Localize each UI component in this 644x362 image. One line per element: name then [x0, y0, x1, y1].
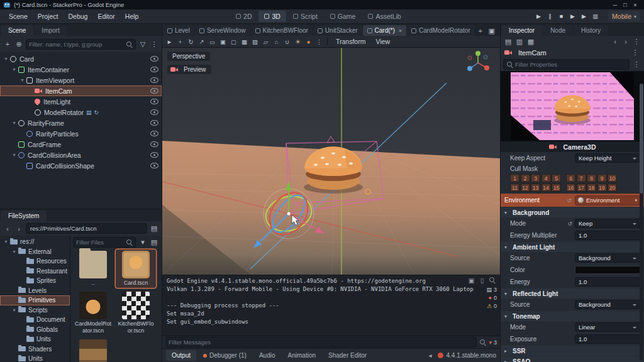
message-filter-input[interactable]	[169, 339, 474, 346]
collapse-icon[interactable]: ▾	[2, 56, 10, 62]
workspace-tab-assetlib[interactable]: AssetLib	[362, 11, 406, 22]
close-tab-icon[interactable]: ×	[399, 28, 402, 34]
add-node-icon[interactable]: +	[3, 39, 13, 49]
revert-icon[interactable]: ↺	[567, 197, 572, 204]
box-select-icon[interactable]: ▭	[208, 37, 217, 47]
cull-layer-17[interactable]: 17	[577, 184, 586, 192]
dropdown-value-source[interactable]: Background	[575, 253, 640, 263]
visibility-eye-icon[interactable]	[150, 88, 158, 94]
play-custom-scene-icon[interactable]: ▶	[579, 12, 589, 21]
visibility-eye-icon[interactable]	[150, 120, 158, 126]
camera-preview-toggle[interactable]: Preview	[167, 65, 211, 74]
cull-layer-2[interactable]: 2	[521, 174, 530, 182]
fs-row-levels[interactable]: Levels	[0, 286, 70, 296]
bottom-tab-output[interactable]: Output	[166, 350, 196, 361]
visibility-eye-icon[interactable]	[150, 77, 158, 83]
movie-maker-icon[interactable]: ▥	[591, 12, 600, 21]
scene-row-cardcollisionarea[interactable]: ▾CardCollisionArea	[0, 150, 162, 160]
tab-node[interactable]: Node	[543, 25, 573, 36]
scene-row-itemcontainer[interactable]: ▾ItemContainer	[0, 64, 162, 75]
scene-row-modelrotator[interactable]: ModelRotator▤↻	[0, 107, 162, 118]
copy-icon[interactable]: ▣	[467, 277, 475, 285]
play-icon[interactable]: ▶	[534, 12, 543, 21]
minimize-icon[interactable]: ─	[610, 1, 620, 9]
workspace-tab-2d[interactable]: 2D	[230, 11, 257, 22]
number-value-energy-multiplier[interactable]: 1.0	[575, 231, 640, 240]
visibility-eye-icon[interactable]	[150, 56, 158, 62]
sort-icon[interactable]: ▾	[138, 237, 148, 247]
file-filter-input[interactable]	[76, 239, 124, 246]
menu-help[interactable]: Help	[120, 11, 144, 22]
menu-scene[interactable]: Scene	[4, 11, 33, 22]
tool-icon[interactable]: ↻	[94, 109, 99, 116]
instance-scene-icon[interactable]: ⊕	[14, 39, 24, 49]
cull-layer-20[interactable]: 20	[608, 184, 617, 192]
workspace-tab-3d[interactable]: 3D	[259, 11, 286, 22]
rotate-icon[interactable]: ↻	[186, 37, 196, 47]
popout-window-icon[interactable]: ▣	[487, 26, 497, 36]
scene-tab-unitstacker[interactable]: UnitStacker	[313, 25, 362, 36]
scene-tab-servewindow[interactable]: ServeWindow	[195, 25, 250, 36]
visibility-eye-icon[interactable]	[150, 152, 158, 158]
collapse-bottom-panel-icon[interactable]: ◂	[426, 351, 435, 359]
pause-icon[interactable]: ∥	[545, 12, 555, 21]
inspector-group-ambient-light[interactable]: ▾Ambient Light	[501, 242, 644, 252]
ungroup-icon[interactable]: ▧	[250, 37, 260, 47]
color-picker-value[interactable]	[575, 266, 640, 274]
file-tile-servewindow-tscn[interactable]: ServeWindow.tscn	[73, 338, 113, 362]
group-icon[interactable]: ▦	[240, 37, 249, 47]
collapse-icon[interactable]: ▾	[2, 239, 10, 244]
tab-filesystem[interactable]: FileSystem	[1, 211, 47, 221]
cull-layer-15[interactable]: 15	[552, 184, 561, 192]
stop-icon[interactable]: ■	[557, 12, 566, 21]
transform-menu[interactable]: Transform	[331, 36, 370, 47]
environment-resource-value[interactable]: Environment▾	[575, 195, 640, 206]
fs-row-resources[interactable]: Resources	[0, 256, 70, 266]
inspector-group-ssao[interactable]: ▸SSAO	[501, 356, 644, 362]
cull-layer-3[interactable]: 3	[531, 174, 540, 182]
collapse-icon[interactable]: ▾	[10, 152, 18, 158]
script-icon[interactable]: ▤	[86, 109, 92, 116]
object-menu-icon[interactable]: ⋮	[630, 48, 640, 58]
sun-icon[interactable]: ☀	[293, 37, 303, 47]
property-options-icon[interactable]: ⋮	[631, 60, 641, 70]
visibility-eye-icon[interactable]	[150, 109, 158, 115]
cull-layer-13[interactable]: 13	[531, 184, 540, 192]
filtered-count-badge[interactable]: ▾ 3	[489, 339, 497, 346]
bottom-tab-debugger-1[interactable]: Debugger (1)	[197, 350, 252, 361]
inspector-group-ssr[interactable]: ▸SSR	[501, 346, 644, 356]
renderer-selector[interactable]: Mobile ▾	[608, 11, 640, 21]
scene-tab-cardmodelrotator[interactable]: CardModelRotator	[407, 25, 475, 36]
tab-scene[interactable]: Scene	[1, 25, 33, 36]
scene-row-itemlight[interactable]: ItemLight	[0, 96, 162, 107]
workspace-tab-game[interactable]: Game	[325, 11, 362, 22]
warning-filter-toggle[interactable]: ⚠0	[487, 303, 497, 309]
dots-icon[interactable]: ⋮	[314, 37, 324, 47]
visibility-eye-icon[interactable]	[150, 67, 158, 72]
select-icon[interactable]: ►	[165, 37, 174, 47]
file-tile-[interactable]: ..	[73, 250, 113, 288]
dropdown-value-mode[interactable]: Keep	[575, 219, 640, 228]
cull-layer-7[interactable]: 7	[577, 174, 586, 182]
fs-row-units[interactable]: Units	[0, 334, 70, 344]
cull-layer-5[interactable]: 5	[552, 174, 561, 182]
forward-icon[interactable]: ›	[14, 224, 24, 234]
fs-row-scripts[interactable]: ▾Scripts	[0, 305, 70, 315]
collapse-icon[interactable]: ▾	[10, 307, 18, 313]
fs-row-sprites[interactable]: Sprites	[0, 276, 70, 286]
visibility-eye-icon[interactable]	[150, 131, 158, 136]
message-filter-toggle[interactable]: ▤3	[486, 287, 497, 293]
scene-row-itemviewport[interactable]: ▾ItemViewport	[0, 75, 162, 85]
play-scene-icon[interactable]: ▶	[568, 12, 577, 21]
load-resource-icon[interactable]: ▥	[514, 36, 525, 47]
filter-dropdown-icon[interactable]: ▽	[138, 39, 148, 49]
fs-row-external[interactable]: ▾External	[0, 247, 70, 257]
fs-row-primitives[interactable]: Primitives	[0, 295, 70, 305]
ruler-icon[interactable]: ▱	[261, 37, 270, 47]
cull-layer-4[interactable]: 4	[541, 174, 551, 182]
unlock-icon[interactable]: ▢	[229, 37, 238, 47]
scene-row-rarityframe[interactable]: ▾RarityFrame	[0, 118, 162, 128]
inspector-group-tonemap[interactable]: ▾Tonemap	[501, 311, 644, 321]
cull-layer-16[interactable]: 16	[566, 184, 575, 192]
collapse-icon[interactable]: ▾	[10, 67, 18, 72]
